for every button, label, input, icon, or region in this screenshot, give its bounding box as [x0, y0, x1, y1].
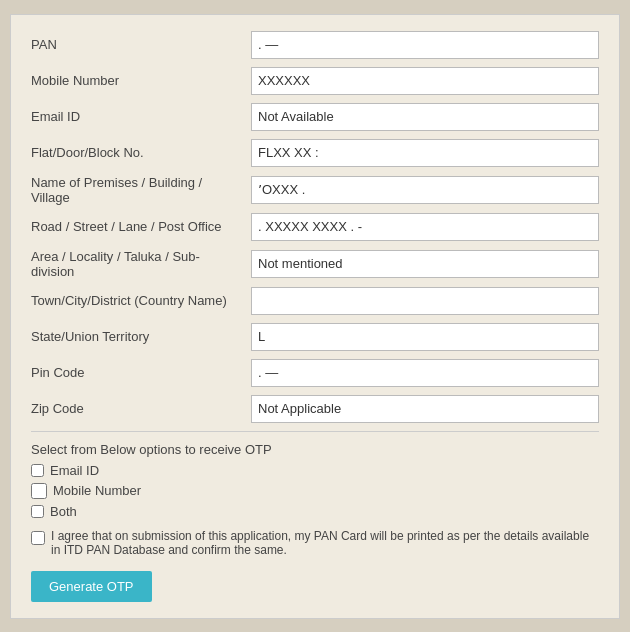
otp-both-checkbox[interactable]: [31, 505, 44, 518]
input-road[interactable]: [251, 213, 599, 241]
label-mobile: Mobile Number: [31, 73, 251, 88]
label-pan: PAN: [31, 37, 251, 52]
row-zipcode: Zip Code: [31, 395, 599, 423]
otp-email-label: Email ID: [50, 463, 99, 478]
label-town: Town/City/District (Country Name): [31, 293, 251, 308]
label-area: Area / Locality / Taluka / Sub-division: [31, 249, 251, 279]
row-mobile: Mobile Number: [31, 67, 599, 95]
form-card: PAN Mobile Number Email ID Flat/Door/Blo…: [10, 14, 620, 619]
agree-checkbox[interactable]: [31, 531, 45, 545]
row-premises: Name of Premises / Building / Village: [31, 175, 599, 205]
row-area: Area / Locality / Taluka / Sub-division: [31, 249, 599, 279]
input-flat[interactable]: [251, 139, 599, 167]
otp-email-row: Email ID: [31, 463, 599, 478]
input-area[interactable]: [251, 250, 599, 278]
label-road: Road / Street / Lane / Post Office: [31, 219, 251, 234]
label-zipcode: Zip Code: [31, 401, 251, 416]
label-flat: Flat/Door/Block No.: [31, 145, 251, 160]
label-premises: Name of Premises / Building / Village: [31, 175, 251, 205]
otp-email-checkbox[interactable]: [31, 464, 44, 477]
divider: [31, 431, 599, 432]
input-town[interactable]: [251, 287, 599, 315]
otp-both-row: Both: [31, 504, 599, 519]
row-pincode: Pin Code: [31, 359, 599, 387]
agree-section: I agree that on submission of this appli…: [31, 529, 599, 557]
label-state: State/Union Territory: [31, 329, 251, 344]
row-road: Road / Street / Lane / Post Office: [31, 213, 599, 241]
otp-mobile-label: Mobile Number: [53, 483, 141, 498]
input-pan[interactable]: [251, 31, 599, 59]
otp-mobile-row: Mobile Number: [31, 483, 599, 499]
otp-both-label: Both: [50, 504, 77, 519]
input-mobile[interactable]: [251, 67, 599, 95]
row-flat: Flat/Door/Block No.: [31, 139, 599, 167]
label-pincode: Pin Code: [31, 365, 251, 380]
row-state: State/Union Territory: [31, 323, 599, 351]
input-premises[interactable]: [251, 176, 599, 204]
row-email: Email ID: [31, 103, 599, 131]
generate-otp-button[interactable]: Generate OTP: [31, 571, 152, 602]
label-email: Email ID: [31, 109, 251, 124]
row-town: Town/City/District (Country Name): [31, 287, 599, 315]
input-pincode[interactable]: [251, 359, 599, 387]
otp-mobile-checkbox[interactable]: [31, 483, 47, 499]
row-pan: PAN: [31, 31, 599, 59]
input-state[interactable]: [251, 323, 599, 351]
otp-section-title: Select from Below options to receive OTP: [31, 442, 599, 457]
input-zipcode[interactable]: [251, 395, 599, 423]
input-email[interactable]: [251, 103, 599, 131]
agree-text: I agree that on submission of this appli…: [51, 529, 599, 557]
